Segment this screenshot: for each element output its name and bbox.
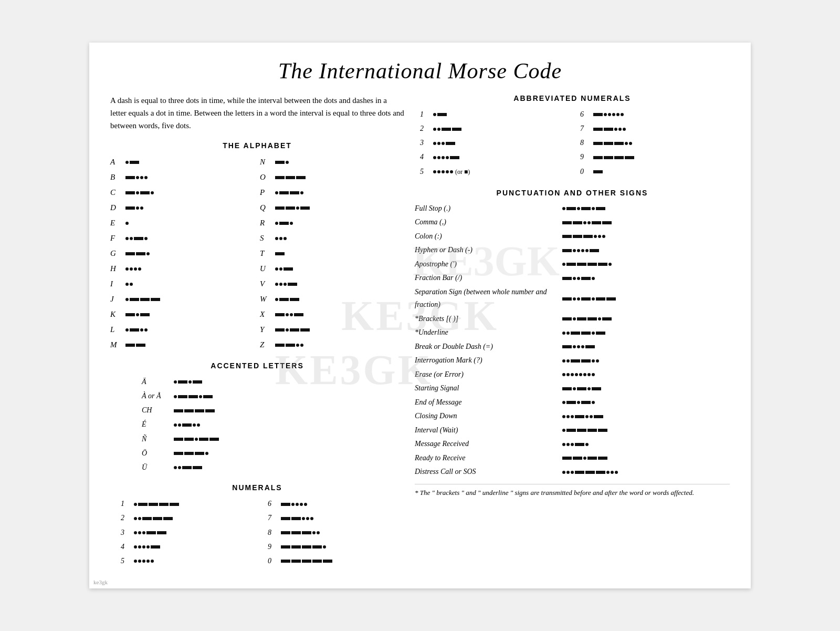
accented-row: Ñ <box>142 432 404 446</box>
accented-letter: Ä <box>142 375 168 388</box>
punct-code <box>562 355 730 367</box>
alphabet-row: V <box>260 277 404 291</box>
abbrev-code <box>433 108 447 121</box>
punct-row: Hyphen or Dash (-) <box>415 244 730 257</box>
accented-letter: Ü <box>142 461 168 474</box>
alphabet-row: S <box>260 231 404 245</box>
alphabet-section-title: THE ALPHABET <box>110 141 404 150</box>
numeral-row: 8 <box>268 526 404 539</box>
alphabet-letter: D <box>110 201 122 215</box>
punct-grid: Full Stop (.)Comma (,)Colon (:)Hyphen or… <box>415 202 730 479</box>
abbrev-row: 8 <box>580 136 730 149</box>
punct-row: Colon (:) <box>415 230 730 243</box>
punct-row: Closing Down <box>415 410 730 423</box>
alphabet-row: J <box>110 292 255 306</box>
alphabet-letter: R <box>260 216 271 230</box>
abbrev-number: 6 <box>580 108 589 121</box>
alphabet-row: Q <box>260 201 404 215</box>
numeral-row: 5 <box>121 554 257 567</box>
punct-label: Full Stop (.) <box>415 202 562 215</box>
punct-label: *Underline <box>415 326 562 339</box>
abbrev-code <box>593 136 633 149</box>
punct-label: Separation Sign (between whole number an… <box>415 286 562 312</box>
numeral-number: 4 <box>121 540 129 553</box>
punct-label: Interval (Wait) <box>415 424 562 437</box>
punct-row: Apostrophe (') <box>415 258 730 271</box>
accented-title: ACCENTED LETTERS <box>110 361 404 370</box>
alphabet-letter: F <box>110 231 122 245</box>
accented-letter: À or Å <box>142 389 168 402</box>
abbrev-code <box>433 122 462 135</box>
accented-letter: É <box>142 418 168 431</box>
punct-row: Comma (,) <box>415 216 730 229</box>
numeral-number: 9 <box>268 540 276 553</box>
numeral-row: 2 <box>121 511 257 524</box>
alphabet-row: E <box>110 216 255 230</box>
alphabet-row: U <box>260 262 404 276</box>
punct-label: Fraction Bar (/) <box>415 272 562 285</box>
abbrev-row: 6 <box>580 108 730 121</box>
punct-label: Interrogation Mark (?) <box>415 354 562 367</box>
numeral-row: 4 <box>121 540 257 553</box>
punct-label: Distress Call or SOS <box>415 466 562 479</box>
punct-row: Distress Call or SOS <box>415 466 730 479</box>
abbrev-number: 7 <box>580 122 589 135</box>
alphabet-row: Z <box>260 338 404 352</box>
numeral-number: 6 <box>268 497 276 510</box>
alphabet-row: N <box>260 155 404 169</box>
punct-section: PUNCTUATION AND OTHER SIGNS Full Stop (.… <box>415 189 730 479</box>
page-title: The International Morse Code <box>110 58 730 84</box>
punct-label: Erase (or Error) <box>415 368 562 381</box>
accented-letter: CH <box>142 404 168 417</box>
abbrev-number: 5 <box>420 165 428 178</box>
punct-code <box>562 244 730 256</box>
punct-code <box>562 216 730 229</box>
main-layout: A dash is equal to three dots in time, w… <box>110 94 730 573</box>
punct-code <box>562 231 730 243</box>
abbrev-code: (or ■) <box>433 165 470 178</box>
punct-label: Ready to Receive <box>415 452 562 465</box>
punct-title: PUNCTUATION AND OTHER SIGNS <box>415 189 730 197</box>
alphabet-row: L <box>110 323 255 337</box>
accented-row: Ü <box>142 461 404 474</box>
punct-row: End of Message <box>415 396 730 409</box>
punct-code <box>562 203 730 215</box>
punct-code <box>562 327 730 339</box>
alphabet-grid: ANBOCPDQERFSGTHUIVJWKXLYMZ <box>110 155 404 352</box>
accented-row: É <box>142 418 404 431</box>
punct-code <box>562 466 730 478</box>
alphabet-row: W <box>260 292 404 306</box>
bottom-credit: ke3gk <box>93 579 108 585</box>
alphabet-letter: T <box>260 246 271 261</box>
abbrev-title: ABBREVIATED NUMERALS <box>415 94 730 102</box>
abbrev-code <box>593 165 603 178</box>
alphabet-letter: M <box>110 338 122 352</box>
abbrev-code <box>593 150 635 163</box>
alphabet-letter: Q <box>260 201 271 215</box>
punct-code <box>562 258 730 271</box>
alphabet-row: D <box>110 201 255 215</box>
alphabet-letter: B <box>110 170 122 184</box>
alphabet-letter: U <box>260 262 271 276</box>
numerals-grid: 1627384950 <box>110 497 404 567</box>
numeral-number: 5 <box>121 554 129 567</box>
accented-row: Ä <box>142 375 404 388</box>
punct-row: Interrogation Mark (?) <box>415 354 730 367</box>
alphabet-letter: N <box>260 155 271 169</box>
punct-label: Break or Double Dash (=) <box>415 340 562 354</box>
punct-row: Full Stop (.) <box>415 202 730 215</box>
abbrev-number: 1 <box>420 108 428 121</box>
punct-label: Hyphen or Dash (-) <box>415 244 562 257</box>
numeral-row: 6 <box>268 497 404 510</box>
abbrev-code <box>593 108 624 121</box>
alphabet-letter: W <box>260 292 271 306</box>
abbrev-row: 2 <box>420 122 570 135</box>
abbrev-code <box>433 136 456 149</box>
abbrev-number: 0 <box>580 165 589 178</box>
alphabet-row: R <box>260 216 404 230</box>
abbrev-row: 5 (or ■) <box>420 165 570 178</box>
footnote: * The " brackets " and " underline " sig… <box>415 484 730 497</box>
abbrev-number: 3 <box>420 136 428 149</box>
alphabet-row: K <box>110 307 255 322</box>
punct-label: Starting Signal <box>415 382 562 395</box>
